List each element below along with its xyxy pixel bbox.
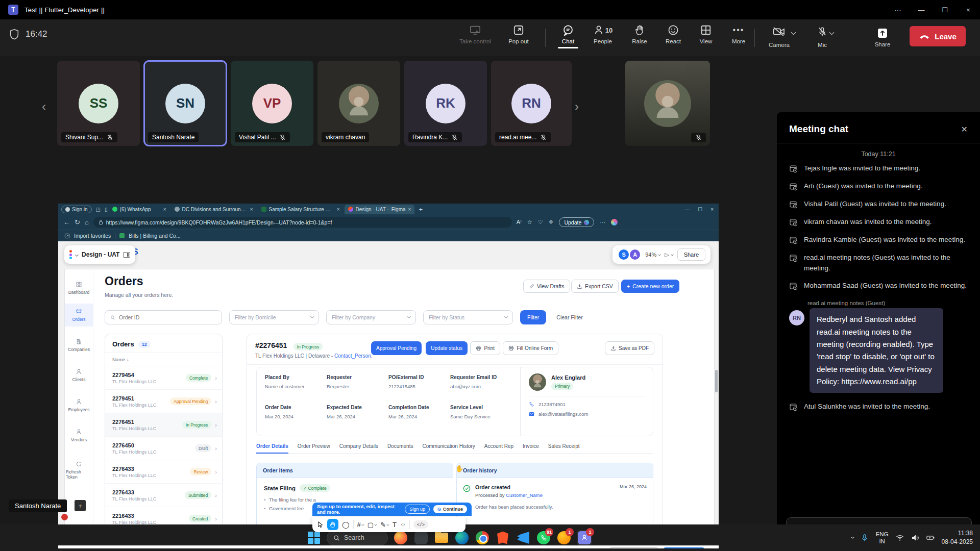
news-widget-icon[interactable]: [61, 514, 68, 520]
actions-tool-icon[interactable]: ⁘: [400, 521, 406, 529]
language-indicator[interactable]: ENGIN: [876, 531, 889, 545]
tab-close-icon[interactable]: ×: [250, 207, 253, 212]
whatsapp-icon[interactable]: 81: [536, 530, 551, 545]
tab-account-rep[interactable]: Account Rep: [484, 443, 513, 449]
order-row[interactable]: 2276433 TL Flex Holdings LLC Submitted ›: [105, 484, 222, 507]
react-button[interactable]: React: [657, 24, 689, 44]
window-maximize-button[interactable]: ☐: [933, 0, 957, 19]
presenter-pin-button[interactable]: +: [75, 500, 86, 511]
address-bar[interactable]: https://www.figma.com/design/9BKQ0FOHRWa…: [93, 217, 512, 228]
google-continue-button[interactable]: G Continue: [433, 505, 467, 513]
bookmark-bills-link[interactable]: Bills | Billing and Co...: [129, 233, 180, 239]
battery-icon[interactable]: [926, 534, 935, 542]
chat-close-icon[interactable]: ✕: [961, 124, 968, 134]
pen-tool-icon[interactable]: ✎: [380, 521, 389, 529]
figma-share-button[interactable]: Share: [677, 248, 705, 261]
browser-minimize-icon[interactable]: —: [684, 207, 690, 212]
window-minimize-button[interactable]: —: [910, 0, 933, 19]
back-icon[interactable]: ←: [63, 218, 70, 226]
tray-overflow-chevron-icon[interactable]: ‹: [849, 537, 856, 539]
read-aloud-icon[interactable]: A⁾: [517, 219, 522, 226]
order-row[interactable]: 2276433 TL Flex Holdings LLC Review ›: [105, 460, 222, 484]
sidebar-item-dashboard[interactable]: Dashboard: [65, 277, 93, 299]
order-id-input[interactable]: [119, 314, 216, 320]
tab-documents[interactable]: Documents: [387, 443, 413, 449]
shape-tool-icon[interactable]: ▢: [368, 521, 377, 529]
raise-hand-button[interactable]: Raise: [624, 24, 655, 44]
tab-actions-icon[interactable]: ▯: [105, 207, 108, 212]
rep-phone-row[interactable]: 2123874901: [529, 402, 645, 407]
more-button[interactable]: ••• More: [723, 24, 754, 44]
copilot-icon[interactable]: [611, 219, 618, 226]
allow-cookies-button[interactable]: Allow all cookies: [664, 547, 704, 548]
update-browser-button[interactable]: Update: [559, 217, 594, 227]
layout-panels-icon[interactable]: [123, 252, 130, 258]
workspaces-icon[interactable]: ◳: [96, 207, 101, 212]
filter-domicile-select[interactable]: Filter by Domicile: [229, 310, 319, 324]
collaborator-avatar-a[interactable]: A: [629, 248, 641, 261]
tab-communication-history[interactable]: Communication History: [422, 443, 475, 449]
tab-order-details[interactable]: Order Details: [256, 443, 288, 449]
dev-mode-toggle[interactable]: </>: [413, 520, 428, 529]
name-column-header[interactable]: Name ↓: [105, 353, 222, 366]
tray-mic-icon[interactable]: [861, 534, 869, 542]
contact-person-link[interactable]: Contact_Person.: [334, 353, 373, 359]
strip-scroll-left-icon[interactable]: ‹: [42, 99, 46, 114]
zoom-level-control[interactable]: 94%: [645, 252, 660, 258]
page-scrollbar-thumb[interactable]: [715, 370, 718, 392]
tab-sales-receipt[interactable]: Sales Receipt: [548, 443, 580, 449]
refresh-icon[interactable]: ↻: [75, 218, 80, 226]
deny-cookies-button[interactable]: Do not allow cookies: [609, 547, 658, 549]
brave-icon[interactable]: [495, 530, 510, 545]
browser-tab-dc[interactable]: DC Divisions and Surroundings×: [171, 205, 257, 214]
mic-chevron-icon[interactable]: [829, 30, 835, 35]
leave-button[interactable]: Leave: [910, 26, 966, 46]
file-explorer-icon[interactable]: [434, 530, 449, 545]
sidebar-item-employees[interactable]: Employees: [65, 394, 93, 417]
tab-invoice[interactable]: Invoice: [523, 443, 539, 449]
chrome-beta-icon[interactable]: 1: [556, 530, 572, 545]
import-favorites-link[interactable]: Import favorites: [74, 233, 111, 239]
update-status-button[interactable]: Update status: [426, 341, 468, 355]
order-row[interactable]: 2279454 TL Flex Holdings LLC Complete ›: [105, 366, 222, 390]
edge-icon[interactable]: [454, 530, 470, 545]
pop-out-button[interactable]: Pop out: [503, 24, 534, 44]
order-row[interactable]: 2276450 TL Flex Holdings LLC Draft ›: [105, 437, 222, 460]
view-button[interactable]: View: [690, 24, 722, 44]
fill-online-form-button[interactable]: Fill Online Form: [503, 341, 558, 355]
browser-tab-whatsapp[interactable]: (6) WhatsApp×: [109, 205, 170, 214]
text-tool-icon[interactable]: T: [393, 521, 397, 529]
take-control-button[interactable]: Take control: [459, 24, 491, 44]
filter-status-select[interactable]: Filter by Status: [423, 310, 513, 324]
settings-dots-icon[interactable]: ···: [600, 219, 605, 226]
tab-close-icon[interactable]: ×: [163, 207, 166, 212]
frame-tool-icon[interactable]: #: [357, 521, 364, 529]
strip-scroll-right-icon[interactable]: ›: [575, 99, 579, 114]
taskbar-clock[interactable]: 11:3808-04-2025: [942, 529, 973, 546]
sidebar-item-companies[interactable]: Companies: [65, 334, 93, 357]
wifi-icon[interactable]: [896, 534, 904, 542]
clear-filter-button[interactable]: Clear Filter: [553, 314, 585, 320]
customer-name-link[interactable]: Customer_Name: [506, 492, 543, 498]
sidebar-item-vendors[interactable]: Vendors: [65, 424, 93, 447]
extensions-icon[interactable]: ❖: [549, 219, 554, 226]
teams-icon[interactable]: 1: [577, 530, 592, 545]
order-id-search[interactable]: [105, 310, 222, 324]
order-row[interactable]: 2279451 TL Flex Holdings LLC Approval Pe…: [105, 390, 222, 413]
video-tile-active-speaker[interactable]: SN Santosh Narate: [144, 61, 227, 146]
camera-control[interactable]: Camera: [769, 27, 795, 48]
chrome-icon[interactable]: [475, 530, 490, 545]
tab-close-icon[interactable]: ×: [337, 207, 340, 212]
video-tile[interactable]: SS Shivani Sup...: [57, 61, 140, 146]
chat-tab-button[interactable]: Chat: [552, 24, 584, 44]
video-tile[interactable]: RN read.ai mee...: [491, 61, 572, 146]
browser-profile-button[interactable]: Sign in: [61, 206, 92, 213]
tab-close-icon[interactable]: ×: [408, 207, 411, 212]
comment-tool-icon[interactable]: ◯: [342, 521, 350, 529]
tab-order-preview[interactable]: Order Preview: [298, 443, 330, 449]
people-button[interactable]: 10 People: [587, 24, 619, 44]
move-tool-icon[interactable]: [316, 521, 324, 528]
sidebar-item-refresh-token[interactable]: Refresh Token: [65, 456, 93, 484]
export-csv-button[interactable]: Export CSV: [571, 280, 619, 293]
signup-button[interactable]: Sign up: [405, 505, 430, 514]
